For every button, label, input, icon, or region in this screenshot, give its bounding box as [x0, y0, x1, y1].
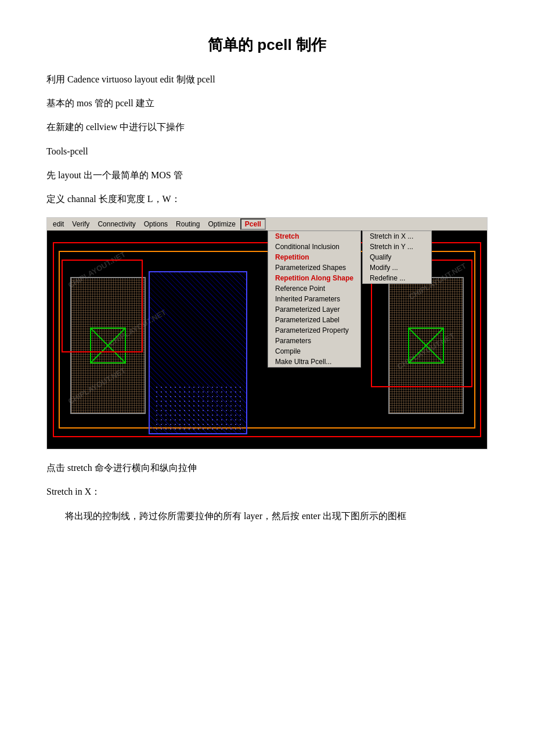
submenu-stretch-y[interactable]: Stretch in Y ... [363, 242, 431, 252]
menu-item-conditional[interactable]: Conditional Inclusion [268, 242, 360, 252]
menu-item-stretch[interactable]: Stretch [268, 231, 360, 242]
submenu-qualify[interactable]: Qualify [363, 252, 431, 262]
pcell-dropdown-menu[interactable]: Stretch Conditional Inclusion Repetition… [268, 231, 361, 368]
paragraph-2: 基本的 mos 管的 pcell 建立 [46, 95, 488, 111]
menu-item-inherited[interactable]: Inherited Parameters [268, 294, 360, 304]
paragraph-1: 利用 Cadence virtuoso layout edit 制做 pcell [46, 71, 488, 87]
menu-connectivity[interactable]: Connectivity [94, 219, 139, 229]
submenu-stretch-x[interactable]: Stretch in X ... [363, 231, 431, 242]
menu-item-ultra-pcell[interactable]: Make Ultra Pcell... [268, 357, 360, 367]
paragraph-5: 先 layout 出一个最简单的 MOS 管 [46, 167, 488, 183]
paragraph-4: Tools-pcell [46, 143, 488, 159]
menu-optimize[interactable]: Optimize [204, 219, 239, 229]
inner-red-left [62, 260, 143, 352]
menu-item-param-layer[interactable]: Parameterized Layer [268, 304, 360, 315]
menu-options[interactable]: Options [140, 219, 171, 229]
menu-pcell[interactable]: Pcell [240, 218, 266, 230]
paragraph-6: 定义 channal 长度和宽度 L，W： [46, 191, 488, 207]
menu-item-repetition[interactable]: Repetition [268, 252, 360, 262]
paragraph-3: 在新建的 cellview 中进行以下操作 [46, 119, 488, 135]
screenshot-container: edit Verify Connectivity Options Routing… [46, 217, 488, 449]
menu-item-param-label[interactable]: Parameterized Label [268, 315, 360, 325]
stretch-submenu[interactable]: Stretch in X ... Stretch in Y ... Qualif… [362, 231, 432, 284]
menu-edit[interactable]: edit [49, 219, 67, 229]
menubar[interactable]: edit Verify Connectivity Options Routing… [47, 218, 487, 231]
paragraph-after-3: 将出现的控制线，跨过你所需要拉伸的所有 layer，然后按 enter 出现下图… [46, 508, 488, 524]
menu-item-parameters[interactable]: Parameters [268, 336, 360, 346]
menu-item-reference[interactable]: Reference Point [268, 283, 360, 294]
menu-item-param-shapes[interactable]: Parameterized Shapes [268, 262, 360, 273]
menu-item-compile[interactable]: Compile [268, 346, 360, 357]
submenu-redefine[interactable]: Redefine ... [363, 273, 431, 283]
bottom-dots [154, 385, 241, 431]
dropdown-container: Stretch Conditional Inclusion Repetition… [268, 231, 432, 368]
paragraph-after-2: Stretch in X： [46, 484, 488, 499]
menu-item-repetition-along[interactable]: Repetition Along Shape [268, 273, 360, 283]
menu-routing[interactable]: Routing [172, 219, 203, 229]
page-title: 简单的 pcell 制作 [46, 35, 488, 55]
menu-verify[interactable]: Verify [68, 219, 93, 229]
submenu-modify[interactable]: Modify ... [363, 262, 431, 273]
menu-item-param-property[interactable]: Parameterized Property [268, 325, 360, 336]
paragraph-after-1: 点击 stretch 命令进行横向和纵向拉伸 [46, 460, 488, 476]
